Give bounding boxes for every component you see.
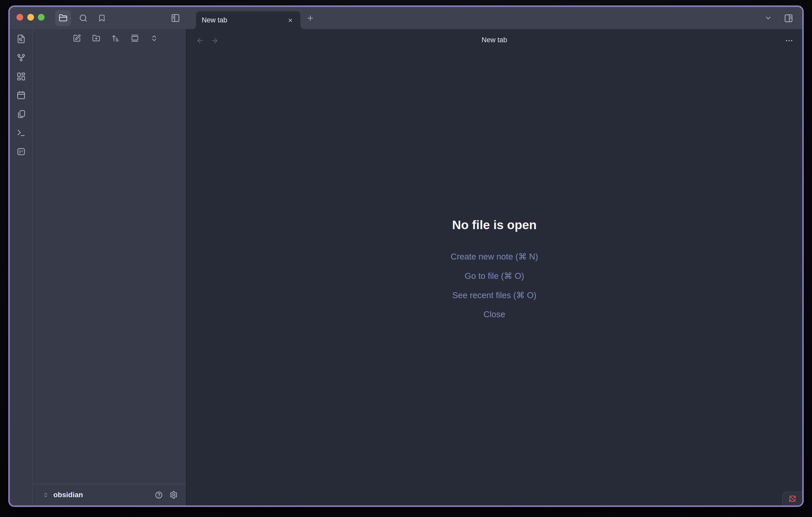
explorer-file-list	[33, 43, 186, 484]
zoom-window-button[interactable]	[38, 14, 45, 21]
view-title: New tab	[186, 29, 802, 51]
close-link[interactable]: Close	[484, 309, 505, 319]
card-icon	[17, 147, 26, 156]
more-horizontal-icon	[785, 36, 793, 45]
card-view-button[interactable]	[16, 146, 27, 157]
expand-collapse-button[interactable]	[149, 33, 160, 43]
tab-new-tab[interactable]: New tab	[196, 11, 300, 29]
vault-name[interactable]: obsidian	[53, 491, 83, 499]
help-icon	[155, 491, 163, 499]
canvas-button[interactable]	[16, 71, 27, 82]
plus-icon	[306, 14, 314, 22]
sync-status-button[interactable]	[782, 491, 802, 506]
terminal-icon	[17, 128, 26, 138]
ribbon	[10, 29, 33, 506]
explorer-header	[33, 33, 186, 43]
view-header: New tab	[186, 29, 802, 51]
vault-bar: obsidian	[33, 484, 186, 506]
calendar-icon	[17, 91, 26, 100]
panel-right-icon	[784, 13, 793, 23]
toggle-left-sidebar-button[interactable]	[168, 10, 183, 26]
main-pane: New tab No file is open Create new note …	[186, 29, 802, 506]
minimize-window-button[interactable]	[27, 14, 34, 21]
gear-icon	[170, 491, 178, 499]
chevrons-up-down-icon	[150, 34, 158, 42]
new-folder-icon	[92, 34, 100, 42]
new-note-icon	[73, 34, 81, 42]
vault-switcher-button[interactable]	[40, 490, 51, 500]
empty-state-heading: No file is open	[452, 218, 536, 232]
canvas-icon	[17, 72, 26, 81]
see-recent-files-link[interactable]: See recent files (⌘ O)	[453, 290, 536, 300]
files-toggle-button[interactable]	[55, 10, 71, 26]
settings-button[interactable]	[168, 489, 179, 500]
titlebar: New tab	[10, 7, 802, 29]
gallery-icon	[131, 34, 139, 42]
create-new-note-link[interactable]: Create new note (⌘ N)	[451, 251, 538, 262]
bookmarks-button[interactable]	[94, 10, 110, 26]
close-window-button[interactable]	[17, 14, 23, 21]
insert-template-button[interactable]	[16, 109, 27, 120]
new-folder-button[interactable]	[91, 33, 102, 43]
search-icon	[79, 14, 88, 22]
new-note-button[interactable]	[71, 33, 82, 43]
graph-view-button[interactable]	[16, 52, 27, 63]
new-tab-button[interactable]	[304, 12, 316, 24]
toggle-right-sidebar-button[interactable]	[781, 10, 796, 26]
file-explorer-pane: obsidian	[33, 29, 186, 506]
graph-icon	[17, 53, 26, 62]
folder-icon	[59, 13, 67, 22]
tab-label: New tab	[202, 16, 227, 24]
quick-switcher-button[interactable]	[16, 33, 27, 44]
chevrons-up-down-icon	[42, 491, 49, 498]
empty-state: No file is open Create new note (⌘ N) Go…	[186, 36, 802, 506]
sort-order-button[interactable]	[110, 33, 121, 43]
tab-list-dropdown-button[interactable]	[762, 12, 774, 24]
chevron-down-icon	[764, 14, 772, 22]
obsidian-window: New tab	[8, 5, 804, 507]
close-icon	[288, 18, 293, 23]
tab-close-button[interactable]	[285, 16, 295, 25]
gallery-view-button[interactable]	[129, 33, 140, 43]
search-button[interactable]	[75, 10, 91, 26]
go-to-file-link[interactable]: Go to file (⌘ O)	[464, 271, 524, 281]
panel-left-icon	[171, 13, 180, 23]
daily-note-button[interactable]	[16, 90, 27, 101]
sync-off-icon	[788, 495, 796, 503]
file-search-icon	[17, 34, 26, 43]
sort-icon	[112, 34, 119, 42]
terminal-button[interactable]	[16, 127, 27, 139]
bookmark-icon	[98, 14, 106, 22]
more-options-button[interactable]	[783, 35, 795, 47]
help-button[interactable]	[153, 489, 164, 500]
templates-icon	[17, 110, 26, 119]
